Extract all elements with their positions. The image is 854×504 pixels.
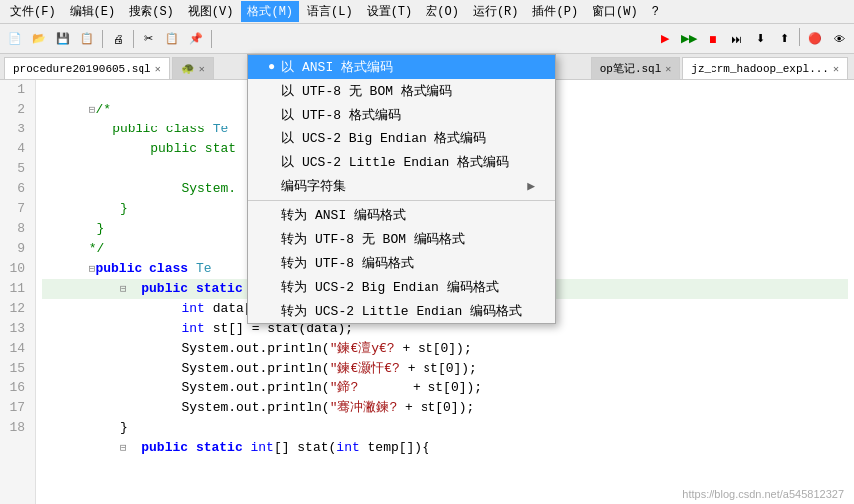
- menu-convert-utf8[interactable]: 转为 UTF-8 编码格式: [248, 251, 555, 275]
- check-icon-2: [268, 84, 275, 98]
- menu-convert-ucs2-le[interactable]: 转为 UCS-2 Little Endian 编码格式: [248, 299, 555, 323]
- check-icon-11: [268, 304, 275, 318]
- menu-utf8-nobom[interactable]: 以 UTF-8 无 BOM 格式编码: [248, 79, 555, 103]
- menu-ucs2-le[interactable]: 以 UCS-2 Little Endian 格式编码: [248, 150, 555, 174]
- menu-utf8-nobom-label: 以 UTF-8 无 BOM 格式编码: [281, 82, 452, 100]
- check-icon-6: [268, 179, 275, 193]
- check-icon-9: [268, 256, 275, 270]
- submenu-arrow-icon: ▶: [527, 178, 535, 194]
- menu-convert-utf8-nobom[interactable]: 转为 UTF-8 无 BOM 编码格式: [248, 227, 555, 251]
- menu-convert-ucs2-be[interactable]: 转为 UCS-2 Big Endian 编码格式: [248, 275, 555, 299]
- menu-ansi[interactable]: ● 以 ANSI 格式编码: [248, 55, 555, 79]
- menu-separator: [248, 200, 555, 201]
- check-icon-5: [268, 155, 275, 169]
- menu-ucs2-be[interactable]: 以 UCS-2 Big Endian 格式编码: [248, 126, 555, 150]
- menu-ucs2-be-label: 以 UCS-2 Big Endian 格式编码: [281, 129, 485, 147]
- menu-charset[interactable]: 编码字符集 ▶: [248, 174, 555, 198]
- menu-convert-utf8-label: 转为 UTF-8 编码格式: [281, 254, 414, 272]
- menu-ucs2-le-label: 以 UCS-2 Little Endian 格式编码: [281, 153, 509, 171]
- menu-ansi-label: 以 ANSI 格式编码: [281, 58, 393, 76]
- format-menu: ● 以 ANSI 格式编码 以 UTF-8 无 BOM 格式编码 以 UTF-8…: [247, 54, 556, 324]
- menu-convert-ansi-label: 转为 ANSI 编码格式: [281, 206, 406, 224]
- menu-charset-label: 编码字符集: [281, 177, 346, 195]
- menu-convert-ucs2-le-label: 转为 UCS-2 Little Endian 编码格式: [281, 302, 522, 320]
- dropdown-overlay[interactable]: ● 以 ANSI 格式编码 以 UTF-8 无 BOM 格式编码 以 UTF-8…: [0, 0, 854, 504]
- check-icon-10: [268, 280, 275, 294]
- check-icon-8: [268, 232, 275, 246]
- menu-utf8[interactable]: 以 UTF-8 格式编码: [248, 103, 555, 126]
- menu-utf8-label: 以 UTF-8 格式编码: [281, 106, 401, 124]
- menu-convert-ucs2-be-label: 转为 UCS-2 Big Endian 编码格式: [281, 278, 498, 296]
- check-icon: ●: [268, 60, 275, 74]
- menu-convert-ansi[interactable]: 转为 ANSI 编码格式: [248, 203, 555, 227]
- check-icon-3: [268, 108, 275, 122]
- menu-convert-utf8-nobom-label: 转为 UTF-8 无 BOM 编码格式: [281, 230, 465, 248]
- check-icon-4: [268, 131, 275, 145]
- check-icon-7: [268, 208, 275, 222]
